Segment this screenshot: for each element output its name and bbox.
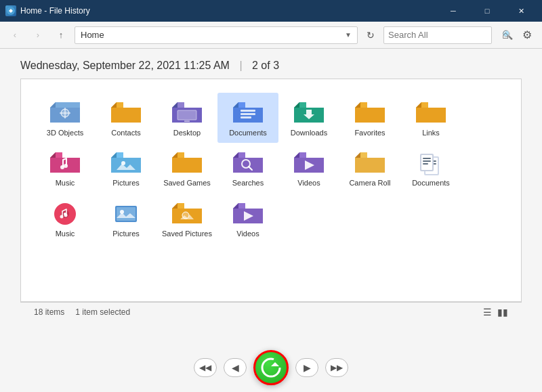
folder-label-music-2: Music — [56, 229, 75, 238]
app-icon — [5, 5, 16, 16]
folder-music-2[interactable]: Music — [35, 194, 96, 244]
folder-searches[interactable]: Searches — [217, 143, 278, 193]
selected-count: 1 item selected — [75, 307, 130, 317]
maximize-button[interactable]: □ — [472, 0, 503, 22]
window-controls: ─ □ ✕ — [438, 0, 537, 22]
folder-documents[interactable]: Documents — [217, 93, 278, 143]
folder-pictures-2[interactable]: Pictures — [96, 194, 157, 244]
folder-label-favorites: Favorites — [354, 128, 385, 137]
grid-view-button[interactable]: ▮▮ — [497, 307, 508, 318]
file-history-header: Wednesday, September 22, 2021 11:25 AM |… — [0, 49, 542, 79]
status-right: ☰ ▮▮ — [483, 307, 508, 318]
folder-icon-music-2 — [49, 199, 81, 226]
folder-videos-left[interactable]: Videos — [278, 143, 339, 193]
folder-label-contacts: Contacts — [111, 128, 140, 137]
svg-marker-36 — [271, 362, 279, 366]
folder-icon-videos-right — [232, 199, 264, 226]
folder-documents-2[interactable]: Documents — [400, 143, 461, 193]
folder-label-videos-left: Videos — [297, 178, 320, 188]
folder-label-documents: Documents — [229, 128, 267, 137]
folder-contacts[interactable]: Contacts — [96, 93, 157, 143]
status-bar: 18 items 1 item selected ☰ ▮▮ — [20, 302, 522, 321]
bottom-controls: ◀◀ ◀ ▶ ▶▶ — [0, 338, 542, 392]
folder-icon-pictures-2 — [110, 199, 142, 226]
address-bar: ‹ › ↑ Home ▼ ↻ 🔍 ⌂ ⚙ — [0, 22, 542, 49]
address-text: Home — [81, 30, 104, 40]
toolbar-right: ⌂ ⚙ — [496, 26, 537, 45]
folder-icon-contacts — [110, 98, 142, 125]
forward-button[interactable]: › — [28, 26, 47, 45]
svg-rect-4 — [178, 110, 196, 120]
content-area: Wednesday, September 22, 2021 11:25 AM |… — [0, 49, 542, 392]
prev-button[interactable]: ◀ — [224, 358, 247, 377]
svg-point-28 — [60, 215, 64, 218]
folder-label-videos-right: Videos — [236, 229, 259, 238]
window-title: Home - File History — [20, 6, 438, 16]
folder-label-links: Links — [422, 128, 440, 137]
file-area: 3D Objects Contacts — [20, 79, 522, 302]
folder-downloads[interactable]: Downloads — [278, 93, 339, 143]
folder-label-saved-games: Saved Games — [163, 178, 211, 188]
folder-icon-pictures — [110, 148, 142, 175]
folder-label-saved-pictures: Saved Pictures — [162, 229, 212, 238]
status-left: 18 items 1 item selected — [34, 307, 483, 317]
svg-point-35 — [262, 359, 280, 376]
folder-icon-documents-2 — [415, 148, 447, 175]
svg-point-10 — [64, 164, 68, 168]
folder-links[interactable]: Links — [400, 93, 461, 143]
folder-icon-saved-games — [171, 148, 203, 175]
svg-rect-6 — [241, 110, 255, 112]
svg-rect-8 — [241, 116, 251, 118]
refresh-button[interactable]: ↻ — [362, 26, 379, 44]
file-area-wrapper: 3D Objects Contacts — [0, 79, 542, 338]
svg-rect-5 — [184, 121, 190, 122]
svg-point-29 — [64, 213, 68, 217]
svg-rect-7 — [241, 113, 255, 115]
folder-label-downloads: Downloads — [291, 128, 327, 137]
folder-label-3d-objects: 3D Objects — [47, 128, 83, 137]
settings-button[interactable]: ⚙ — [518, 26, 537, 45]
folder-icon-searches — [232, 148, 264, 175]
minimize-button[interactable]: ─ — [438, 0, 469, 22]
folder-icon-downloads — [293, 98, 325, 125]
folder-3d-objects[interactable]: 3D Objects — [35, 93, 96, 143]
address-dropdown-icon: ▼ — [345, 31, 352, 39]
search-box[interactable]: 🔍 — [383, 26, 492, 44]
version-text: 2 of 3 — [252, 60, 279, 71]
folder-icon-desktop — [171, 98, 203, 125]
up-button[interactable]: ↑ — [51, 26, 70, 45]
folder-label-music: Music — [56, 178, 75, 188]
restore-button[interactable] — [253, 350, 289, 385]
folder-label-desktop: Desktop — [173, 128, 201, 137]
close-button[interactable]: ✕ — [505, 0, 537, 22]
list-view-button[interactable]: ☰ — [483, 307, 492, 318]
folder-label-pictures-2: Pictures — [112, 229, 140, 238]
folder-music[interactable]: Music — [35, 143, 96, 193]
folder-label-pictures: Pictures — [112, 178, 140, 188]
folder-videos-right[interactable]: Videos — [217, 194, 278, 244]
first-button[interactable]: ◀◀ — [194, 358, 217, 377]
address-field[interactable]: Home ▼ — [75, 26, 358, 44]
item-count: 18 items — [34, 307, 64, 317]
svg-rect-31 — [117, 207, 136, 221]
folder-icon-3d-objects — [49, 98, 81, 125]
header-divider: | — [239, 60, 242, 71]
folder-pictures[interactable]: Pictures — [96, 143, 157, 193]
folder-favorites[interactable]: Favorites — [339, 93, 400, 143]
folder-icon-videos-left — [293, 148, 325, 175]
folder-saved-pictures[interactable]: Saved Pictures — [157, 194, 217, 244]
folder-icon-music — [49, 148, 81, 175]
folder-icon-camera-roll — [354, 148, 386, 175]
title-bar: Home - File History ─ □ ✕ — [0, 0, 542, 22]
search-input[interactable] — [388, 30, 502, 40]
last-button[interactable]: ▶▶ — [325, 358, 348, 377]
folder-icon-documents — [232, 98, 264, 125]
next-button[interactable]: ▶ — [295, 358, 318, 377]
folder-icon-links — [415, 98, 447, 125]
back-button[interactable]: ‹ — [5, 26, 24, 45]
folder-desktop[interactable]: Desktop — [157, 93, 217, 143]
folder-saved-games[interactable]: Saved Games — [157, 143, 217, 193]
folder-camera-roll[interactable]: Camera Roll — [339, 143, 400, 193]
svg-rect-23 — [423, 160, 431, 162]
home-button[interactable]: ⌂ — [496, 26, 515, 45]
